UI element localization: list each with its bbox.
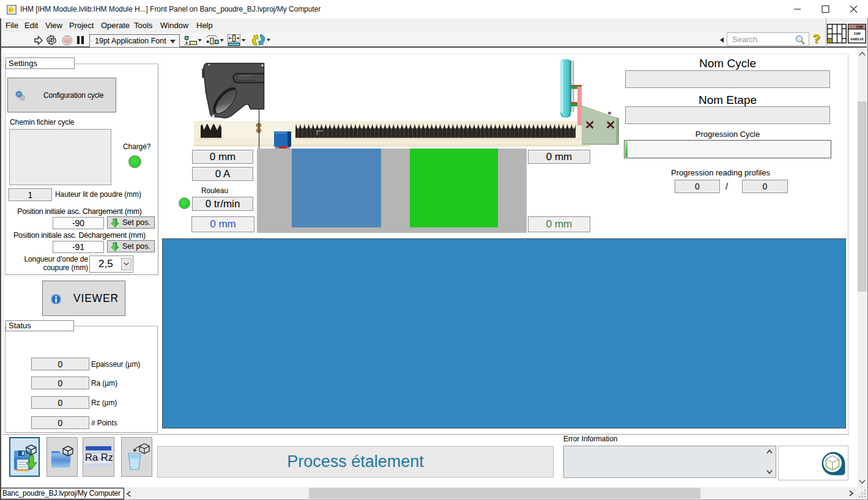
- svg-text:HANDLER: HANDLER: [850, 38, 863, 42]
- svg-text:IHM: IHM: [854, 32, 861, 36]
- svg-text:IHM: IHM: [856, 25, 863, 29]
